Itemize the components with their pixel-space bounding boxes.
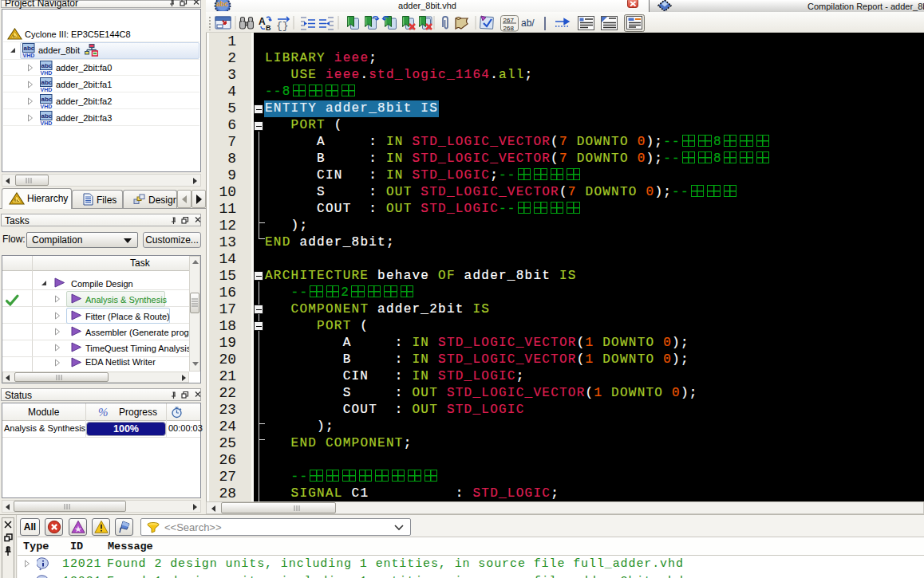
- svg-text:abc: abc: [41, 79, 53, 86]
- svg-text:VHD: VHD: [41, 104, 53, 109]
- svg-text:abc: abc: [41, 112, 53, 120]
- svg-text:A: A: [259, 16, 266, 27]
- svg-text:VHD: VHD: [41, 70, 53, 76]
- svg-text:268: 268: [503, 25, 515, 32]
- svg-text:abc: abc: [24, 45, 35, 52]
- svg-text:VHD: VHD: [23, 53, 35, 58]
- svg-text:abc: abc: [41, 62, 53, 69]
- svg-text:VHD: VHD: [41, 120, 53, 126]
- svg-text:abc: abc: [41, 96, 53, 103]
- svg-text:ab/: ab/: [521, 18, 535, 29]
- svg-text:VHD: VHD: [41, 87, 53, 92]
- svg-text:B: B: [266, 24, 271, 32]
